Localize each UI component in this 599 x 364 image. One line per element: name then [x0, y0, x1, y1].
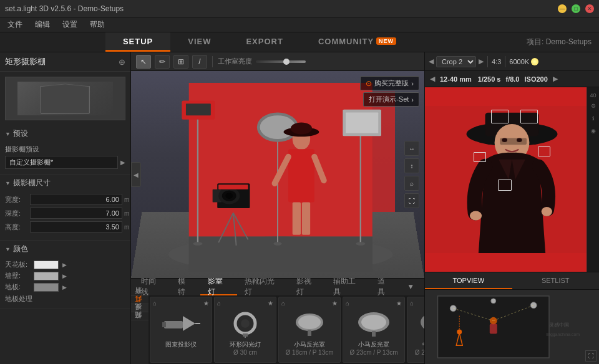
height-input[interactable] [30, 221, 122, 232]
draw-tool-button[interactable]: ✏ [155, 55, 170, 69]
ceiling-swatch-arrow[interactable]: ▶ [62, 262, 67, 268]
preset-arrow-icon[interactable]: ▶ [120, 159, 125, 166]
ceiling-color-swatch[interactable] [34, 261, 59, 269]
main-viewport: ↖ ✏ ⊞ / 工作室亮度 [131, 52, 424, 295]
open-demo-button[interactable]: 打开演示-Set › [363, 92, 419, 107]
minimize-button[interactable]: — [558, 4, 567, 13]
rotate-vertical-button[interactable]: ↕ [404, 158, 419, 173]
wall-swatch-arrow[interactable]: ▶ [62, 273, 67, 279]
photo-preview-area: 40 ⚙ ℹ ◉ [425, 87, 599, 272]
fullscreen-viewport-button[interactable]: ⛶ [404, 193, 419, 208]
buy-full-version-button[interactable]: ⊙ 购买完整版 › [360, 76, 419, 90]
width-input[interactable] [30, 194, 122, 205]
svg-rect-11 [186, 103, 211, 115]
tab-aux-tools[interactable]: 辅助工具 [326, 279, 370, 295]
tab-setlist[interactable]: SETLIST [512, 272, 600, 289]
presets-section-header[interactable]: ▼ 预设 [0, 125, 130, 142]
category-tab-reflector[interactable]: 反光板 [131, 312, 149, 320]
svg-rect-36 [302, 203, 310, 235]
menu-help[interactable]: 帮助 [85, 18, 110, 31]
tab-setup[interactable]: SETUP [105, 32, 170, 52]
floor-swatch-arrow[interactable]: ▶ [62, 284, 67, 290]
svg-point-46 [298, 315, 321, 329]
tab-view[interactable]: VIEW [170, 32, 228, 52]
equipment-panel: 所有 灯具 反光板 灯光箱 ⌂ ★ [131, 295, 424, 364]
brightness-slider[interactable] [256, 60, 306, 63]
star-icon-4: ★ [396, 300, 402, 307]
window-controls: — □ ✕ [558, 4, 594, 13]
equipment-item-softbox-small[interactable]: ⌂ ★ 小马反光罩 [278, 297, 341, 363]
viewport-toolbar: ↖ ✏ ⊞ / 工作室亮度 [131, 52, 424, 71]
svg-point-68 [470, 211, 482, 220]
home-icon: ⌂ [153, 300, 157, 307]
chevron-right-cam[interactable]: ▶ [553, 75, 558, 83]
dimensions-section-header[interactable]: ▼ 摄影棚尺寸 [0, 175, 130, 191]
equipment-item-ringflash[interactable]: ⌂ ★ [214, 297, 276, 363]
tab-topview[interactable]: TOPVIEW [425, 272, 512, 289]
floor-color-swatch[interactable] [34, 283, 59, 292]
tab-model[interactable]: 模特 [170, 279, 200, 295]
depth-input[interactable] [30, 208, 122, 219]
color-section-header[interactable]: ▼ 颜色 [0, 241, 130, 257]
strip-info-icon[interactable]: ℹ [588, 113, 598, 123]
preset-value[interactable]: 自定义摄影棚* [5, 156, 118, 169]
equipment-visual-softbox-medium [352, 308, 396, 339]
grid-tool-button[interactable]: ⊞ [173, 55, 188, 69]
strip-circle-icon[interactable]: ◉ [588, 126, 598, 136]
crop-selector[interactable]: Crop 2 [436, 56, 476, 67]
photo-preview: 40 ⚙ ℹ ◉ [425, 87, 599, 272]
focus-square-2 [520, 110, 538, 123]
svg-rect-47 [308, 330, 311, 336]
select-tool-button[interactable]: ↖ [136, 55, 151, 69]
svg-point-72 [457, 329, 462, 334]
tab-props[interactable]: 道具 [370, 279, 399, 295]
rotate-horizontal-button[interactable]: ↔ [404, 141, 419, 156]
open-arrow-icon: › [411, 96, 414, 103]
line-tool-button[interactable]: / [192, 55, 207, 69]
svg-point-69 [542, 207, 552, 216]
focus-square-1 [491, 110, 509, 123]
equipment-label-softbox-small: 小马反光罩 Ø 18cm / P 13cm [285, 340, 333, 357]
category-tab-lights[interactable]: 灯具 [131, 304, 149, 312]
menu-settings[interactable]: 设置 [57, 18, 82, 31]
menu-file[interactable]: 文件 [2, 18, 27, 31]
buy-icon: ⊙ [366, 79, 372, 88]
close-button[interactable]: ✕ [585, 4, 594, 13]
category-tab-lightbox[interactable]: 灯光箱 [131, 320, 149, 328]
menu-edit[interactable]: 编辑 [30, 18, 55, 31]
3d-viewport[interactable]: ⊙ 购买完整版 › 打开演示-Set › ↔ ↕ [131, 71, 424, 278]
home-icon-5: ⌂ [410, 300, 414, 307]
viewport-nav-controls: ↔ ↕ ⌕ ⛶ [404, 141, 419, 208]
category-tab-all[interactable]: 所有 [131, 295, 149, 304]
collapse-bottom-panel-button[interactable]: ▼ [399, 279, 422, 295]
tab-export[interactable]: EXPORT [228, 32, 300, 52]
equipment-item-spotlight[interactable]: ⌂ ★ 图束投影仪 [150, 297, 212, 363]
equipment-item-softbox-large[interactable]: ⌂ ★ 中马反光罩 [407, 297, 424, 363]
center-right-inner: ↖ ✏ ⊞ / 工作室亮度 [131, 52, 599, 364]
svg-rect-5 [189, 83, 373, 237]
collapse-panel-button[interactable]: ◀ [131, 162, 141, 187]
tab-studio-light[interactable]: 影室灯 [200, 279, 237, 295]
chevron-left-icon: ◀ [429, 57, 434, 65]
right-panel-toolbar: ◀ Crop 2 ▶ 4:3 6000K [425, 52, 599, 71]
tab-flash-light[interactable]: 热靴闪光灯 [237, 279, 289, 295]
strip-settings-icon[interactable]: ⚙ [588, 101, 598, 111]
wall-color-row: 墙壁: ▶ [5, 271, 125, 280]
equipment-item-softbox-medium[interactable]: ⌂ ★ 小马反光罩 [343, 297, 405, 363]
main-tabbar: SETUP VIEW EXPORT COMMUNITY NEW 项目: Demo… [0, 32, 599, 52]
zoom-button[interactable]: ⌕ [404, 176, 419, 191]
tab-timeline[interactable]: 时间线 [134, 279, 170, 295]
wall-color-swatch[interactable] [34, 272, 59, 280]
maximize-button[interactable]: □ [572, 4, 580, 13]
svg-point-76 [450, 305, 456, 312]
expand-map-button[interactable]: ⛶ [585, 350, 597, 362]
svg-point-51 [421, 312, 425, 333]
pin-icon[interactable]: ⊕ [119, 57, 125, 67]
svg-rect-39 [162, 322, 166, 327]
right-toolbar-separator [487, 56, 488, 67]
tab-community[interactable]: COMMUNITY NEW [301, 32, 414, 52]
chevron-left-cam[interactable]: ◀ [430, 75, 435, 83]
project-label: 项目: Demo-Setups [519, 32, 599, 52]
tab-video-light[interactable]: 影视灯 [289, 279, 326, 295]
svg-rect-28 [218, 184, 248, 189]
